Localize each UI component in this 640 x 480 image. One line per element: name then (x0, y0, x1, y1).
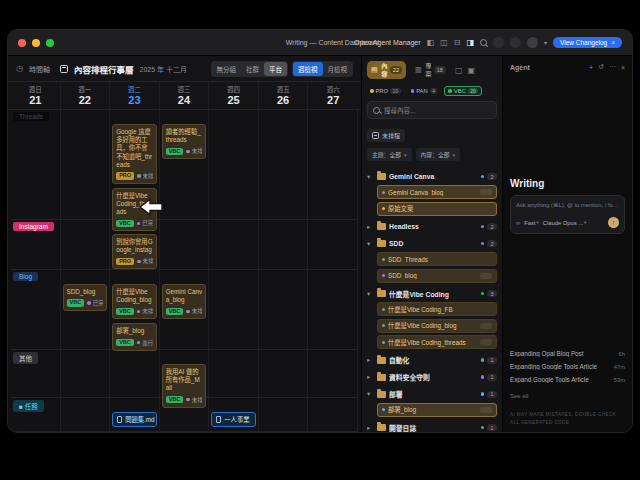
tree-item[interactable]: 原始文案 (377, 202, 497, 216)
changelog-close-icon[interactable]: × (611, 39, 615, 46)
chevron-down-icon[interactable]: ▾ (367, 290, 374, 298)
tree-folder-row[interactable]: ▾Gemini Canva2 (367, 168, 497, 185)
tree-item[interactable]: SDD_Threads (377, 252, 497, 266)
calendar-day-cell[interactable] (259, 110, 309, 237)
event-card[interactable]: 什麼是Vibe Coding_blogVBC未排程 (112, 284, 157, 319)
filter-VBC[interactable]: VBC20 (444, 86, 482, 96)
calendar-day-cell[interactable]: 什麼是Vibe Coding_blogVBC未排程部署_blogVBC進行中 (110, 270, 160, 357)
panel-tab-專案[interactable]: ▥專案18 (411, 61, 450, 79)
calendar-day-cell[interactable] (209, 220, 259, 275)
panel-split-icon[interactable]: ◧ (427, 39, 435, 47)
chevron-down-icon[interactable]: ▾ (367, 240, 374, 248)
day-header-cell[interactable]: 週三24 (160, 82, 210, 109)
day-header-cell[interactable]: 週五26 (259, 82, 309, 109)
calendar-day-cell[interactable] (61, 398, 111, 431)
search-icon[interactable] (480, 39, 487, 46)
tree-folder-row[interactable]: ▸開發日誌1 (367, 419, 497, 432)
speed-selector[interactable]: Fast▾ (524, 220, 539, 226)
group-label[interactable]: ■ 任務 (13, 400, 44, 412)
chevron-right-icon[interactable]: ▸ (367, 223, 374, 231)
event-card[interactable]: 部署_blogVBC進行中 (112, 323, 157, 350)
day-header-cell[interactable]: 週四25 (209, 82, 259, 109)
dropdown-chip[interactable]: 主題：全部▾ (367, 148, 412, 161)
filter-PAN[interactable]: PAN4 (408, 87, 441, 95)
minimize-window-button[interactable] (32, 39, 40, 47)
tree-item[interactable]: 什麼是Vibe Coding_blog (377, 319, 497, 333)
chevron-down-icon[interactable]: ▾ (367, 173, 374, 181)
panel-tab-內容[interactable]: ▤內容22 (367, 61, 406, 79)
close-icon[interactable]: × (621, 64, 625, 71)
avatar[interactable] (527, 37, 538, 48)
calendar-day-cell[interactable]: 一人事業 (209, 398, 259, 431)
tree-folder-row[interactable]: ▸資料安全守則1 (367, 369, 497, 386)
close-window-button[interactable] (18, 39, 26, 47)
view-mode-週檢視[interactable]: 週檢視 (293, 62, 323, 76)
panel-icon-2[interactable]: ▣ (467, 66, 475, 75)
event-card[interactable]: 讀者的經驗_threadsVBC未排程 (162, 124, 207, 159)
view-mode-月檢視[interactable]: 月檢視 (323, 62, 353, 76)
calendar-day-cell[interactable]: Google 這麼多好用的工具，你不會不知道吧_threadsPRO未排程什麼是… (110, 110, 160, 237)
event-card[interactable]: 別說你會用Google_instagPRO未排程 (112, 234, 157, 269)
model-selector[interactable]: Claude Opus ...▾ (543, 220, 587, 226)
content-search[interactable]: 搜尋內容... (367, 101, 497, 119)
tree-folder-row[interactable]: ▸Headless2 (367, 218, 497, 235)
more-icon[interactable]: ⋯ (609, 63, 616, 71)
tree-item[interactable]: 什麼是Vibe Coding_FB (377, 302, 497, 316)
filter-PRO[interactable]: PRO10 (367, 87, 404, 95)
chevron-right-icon[interactable]: ▸ (367, 373, 374, 381)
calendar-day-cell[interactable]: Gemini Canva_blogVBC未排程 (160, 270, 210, 357)
tree-item[interactable]: Gemini Canva_blog (377, 185, 497, 199)
tree-item[interactable]: 什麼是Vibe Coding_threads (377, 335, 497, 349)
calendar-day-cell[interactable] (160, 398, 210, 431)
calendar-day-cell[interactable] (160, 220, 210, 275)
group-label[interactable]: Blog (13, 272, 38, 281)
calendar-day-cell[interactable] (209, 270, 259, 357)
group-label[interactable]: Threads (13, 112, 49, 121)
day-header-cell[interactable]: 週日21 (11, 82, 61, 109)
calendar-day-cell[interactable] (11, 270, 61, 357)
chevron-down-icon[interactable]: ▾ (367, 390, 374, 398)
tree-item[interactable]: 部署_blog (377, 403, 497, 417)
chat-history-item[interactable]: Expanding Opal Blog Post6h (510, 347, 625, 360)
group-mode-無分組[interactable]: 無分組 (212, 62, 242, 76)
panel-right-icon[interactable]: ◨ (466, 39, 474, 47)
chevron-right-icon[interactable]: ▸ (367, 424, 374, 432)
event-card[interactable]: Gemini Canva_blogVBC未排程 (162, 284, 207, 319)
new-chat-icon[interactable]: + (589, 64, 593, 71)
chat-history-item[interactable]: Expanding Google Tools Article47m (510, 360, 625, 373)
group-mode-平台[interactable]: 平台 (264, 62, 287, 76)
calendar-day-cell[interactable] (61, 110, 111, 237)
zoom-window-button[interactable] (46, 39, 54, 47)
day-header-cell[interactable]: 週二23 (110, 82, 160, 109)
calendar-day-cell[interactable]: 別說你會用Google_instagPRO未排程 (110, 220, 160, 275)
calendar-day-cell[interactable] (259, 398, 309, 431)
day-header-cell[interactable]: 週一22 (61, 82, 111, 109)
history-icon[interactable]: ↺ (598, 63, 604, 71)
dropdown-chip[interactable]: 內容：全部▾ (416, 148, 461, 161)
chat-input[interactable]: Ask anything (⌘L), @ to mention, / for w… (510, 195, 625, 234)
chat-history-item[interactable]: Expand Google Tools Article53m (510, 373, 625, 386)
tree-item[interactable]: SDD_blog (377, 269, 497, 283)
group-label[interactable]: 其他 (13, 352, 38, 364)
day-header-cell[interactable]: 週六27 (308, 82, 358, 109)
calendar-day-cell[interactable] (308, 270, 358, 357)
send-button[interactable]: ↑ (608, 217, 619, 228)
task-file-chip[interactable]: 一人事業 (211, 412, 256, 427)
timeline-button[interactable]: 時間軸 (29, 64, 50, 74)
calendar-day-cell[interactable] (11, 110, 61, 237)
event-card[interactable]: SDD_blogVBC已完成 (63, 284, 108, 311)
calendar-day-cell[interactable] (308, 110, 358, 237)
group-label[interactable]: Instagram (13, 222, 54, 231)
view-changelog-button[interactable]: View Changelog × (553, 37, 622, 48)
circle-button-2[interactable] (510, 37, 521, 48)
calendar-day-cell[interactable] (259, 270, 309, 357)
calendar-day-cell[interactable] (308, 398, 358, 431)
calendar-day-cell[interactable] (61, 220, 111, 275)
tree-folder-row[interactable]: ▾什麼是Vibe Coding3 (367, 285, 497, 302)
tree-folder-row[interactable]: ▸自動化1 (367, 352, 497, 369)
calendar-day-cell[interactable] (209, 110, 259, 237)
task-file-chip[interactable]: 問題集.md (112, 412, 157, 427)
calendar-day-cell[interactable]: 讀者的經驗_threadsVBC未排程 (160, 110, 210, 237)
calendar-day-cell[interactable] (259, 220, 309, 275)
circle-button-1[interactable] (493, 37, 504, 48)
